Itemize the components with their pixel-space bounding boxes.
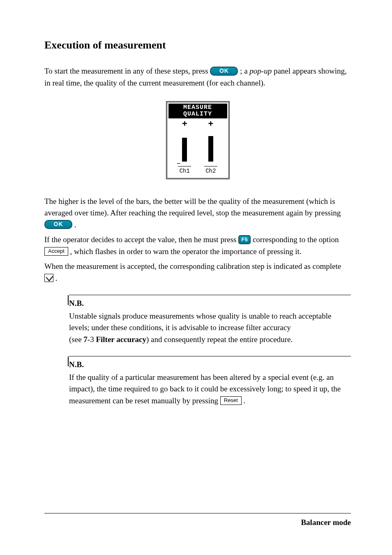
paragraph-3: If the operator decides to accept the va… — [44, 234, 351, 257]
channel-2: + – Ch2 — [203, 120, 219, 176]
p4-text-a: When the measurement is accepted, the co… — [44, 262, 341, 271]
paragraph-4: When the measurement is accepted, the co… — [44, 261, 351, 284]
p2-end: . — [74, 220, 76, 229]
popup-title-l2: QUALITY — [168, 111, 227, 118]
p1-text-a: To start the measurement in any of these… — [44, 67, 210, 75]
nb2-l2: . — [243, 396, 245, 405]
measure-quality-popup: MEASURE QUALITY + – Ch1 + – Ch2 — [166, 101, 230, 179]
nb1-line2: (see 7-3 Filter accuracy) and consequent… — [69, 334, 351, 346]
note-block-1: N.B. Unstable signals produce measuremen… — [69, 295, 351, 345]
bar-area-2 — [206, 135, 215, 162]
section-heading: Execution of measurement — [44, 37, 351, 53]
p2-text: The higher is the level of the bars, the… — [44, 197, 341, 217]
nb1-line1: Unstable signals produce measurements wh… — [69, 310, 351, 334]
ok-button-inline-1: OK — [210, 67, 238, 76]
popup-header: MEASURE QUALITY — [168, 104, 227, 118]
plus-icon: + — [208, 120, 213, 129]
bar-ch2 — [208, 136, 213, 162]
plus-icon: + — [182, 120, 187, 129]
reset-option-button: Reset — [220, 396, 242, 405]
nb2-body: If the quality of a particular measureme… — [69, 372, 351, 407]
ch1-label: Ch1 — [178, 166, 191, 176]
nb1-l2c: -3 — [88, 335, 96, 344]
bar-ch1 — [182, 138, 187, 162]
p4-text-b: . — [55, 274, 58, 282]
nb2-title: N.B. — [69, 359, 351, 371]
nb1-title: N.B. — [69, 298, 351, 310]
nb1-l2e: ) and consequently repeat the entire pro… — [146, 335, 293, 344]
nb2-l1: If the quality of a particular measureme… — [69, 373, 341, 405]
bar-area-1 — [180, 135, 189, 162]
p3-text-a: If the operator decides to accept the va… — [44, 235, 238, 244]
f5-key-icon: F5 — [238, 235, 251, 244]
page-footer: Balancer mode — [44, 513, 351, 529]
checkbox-checked-icon — [44, 274, 53, 282]
minus-icon: – — [176, 162, 193, 165]
p3-text-b: corresponding to the option — [253, 235, 339, 244]
popup-body: + – Ch1 + – Ch2 — [168, 118, 227, 176]
nb1-l2b: 7 — [83, 335, 88, 344]
popup-title-l1: MEASURE — [168, 104, 227, 111]
paragraph-1: To start the measurement in any of these… — [44, 65, 351, 89]
ok-button-inline-2: OK — [44, 220, 72, 229]
p3-text-c: , which flashes in order to warn the ope… — [70, 247, 302, 256]
paragraph-2: The higher is the level of the bars, the… — [44, 196, 351, 231]
nb1-l2a: (see — [69, 335, 83, 344]
note-block-2: N.B. If the quality of a particular meas… — [69, 356, 351, 407]
accept-option-button: Accept — [44, 247, 68, 256]
ch2-label: Ch2 — [204, 166, 217, 176]
p1-popup-word: pop-up — [249, 67, 272, 75]
channel-1: + – Ch1 — [176, 120, 193, 176]
p1-text-b: ; a — [240, 67, 249, 75]
nb1-l2d: Filter accuracy — [96, 335, 146, 344]
